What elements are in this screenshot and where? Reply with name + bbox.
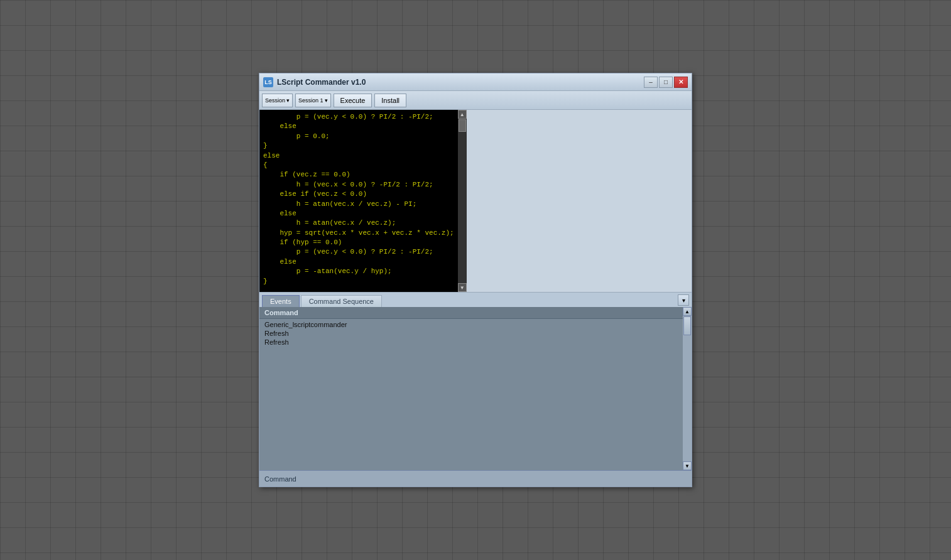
events-scroll-down[interactable]: ▼ (683, 461, 692, 470)
session-menu[interactable]: Session ▾ (262, 94, 293, 107)
code-line: } (263, 277, 454, 286)
code-line: else (263, 151, 454, 161)
tab-scroll-button[interactable]: ▾ (678, 294, 689, 306)
events-panel: Command Generic_lscriptcommanderRefreshR… (259, 307, 683, 470)
title-bar: LS LScript Commander v1.0 – □ ✕ (259, 73, 692, 91)
session-value: Session 1 (298, 97, 323, 104)
code-line: p = (vec.y < 0.0) ? PI/2 : -PI/2; (263, 247, 454, 257)
tab-command-sequence-label: Command Sequence (309, 298, 374, 305)
main-window: LS LScript Commander v1.0 – □ ✕ Session … (259, 73, 692, 487)
tab-events-label: Events (270, 298, 291, 305)
code-editor-wrapper: p = (vec.y < 0.0) ? PI/2 : -PI/2; else p… (259, 110, 692, 292)
tabs-bar: Events Command Sequence ▾ (259, 292, 692, 307)
code-scroll-thumb[interactable] (459, 119, 466, 132)
execute-button[interactable]: Execute (334, 94, 372, 107)
events-list: Generic_lscriptcommanderRefreshRefresh (259, 319, 683, 470)
install-label: Install (381, 97, 399, 104)
code-line: else (263, 122, 454, 131)
code-line: p = (vec.y < 0.0) ? PI/2 : -PI/2; (263, 112, 454, 122)
code-scrollbar: ▲ ▼ (458, 110, 467, 292)
bottom-bar: Command (259, 470, 692, 487)
window-controls: – □ ✕ (644, 77, 688, 88)
maximize-button[interactable]: □ (659, 77, 673, 88)
code-line: h = atan(vec.x / vec.z); (263, 218, 454, 228)
code-line: h = atan(vec.x / vec.z) - PI; (263, 200, 454, 209)
code-line: { (263, 161, 454, 170)
events-scroll-thumb[interactable] (683, 316, 691, 335)
code-scroll-track (458, 119, 467, 283)
code-scroll-up[interactable]: ▲ (458, 110, 467, 119)
list-item[interactable]: Refresh (259, 329, 683, 338)
list-item[interactable]: Generic_lscriptcommander (259, 320, 683, 329)
events-scroll-up[interactable]: ▲ (683, 307, 692, 316)
session-selector[interactable]: Session 1 ▾ (295, 94, 331, 107)
code-line: else (263, 257, 454, 267)
code-line: else (263, 209, 454, 218)
app-icon: LS (263, 77, 273, 87)
app-icon-text: LS (264, 79, 272, 85)
events-header: Command (259, 307, 683, 319)
command-label: Command (264, 475, 296, 483)
code-line: hyp = sqrt(vec.x * vec.x + vec.z * vec.z… (263, 229, 454, 238)
code-line: } (263, 141, 454, 151)
code-line: if (vec.z == 0.0) (263, 170, 454, 180)
events-area-wrapper: Command Generic_lscriptcommanderRefreshR… (259, 307, 692, 470)
code-line (263, 286, 454, 292)
code-line: h = (vec.x < 0.0) ? -PI/2 : PI/2; (263, 180, 454, 190)
code-line: p = -atan(vec.y / hyp); (263, 267, 454, 276)
execute-label: Execute (340, 97, 366, 104)
install-button[interactable]: Install (374, 94, 406, 107)
code-line: else if (vec.z < 0.0) (263, 190, 454, 199)
events-scroll-track (683, 316, 692, 461)
code-scroll-down[interactable]: ▼ (458, 283, 467, 292)
session-chevron: ▾ (286, 97, 290, 104)
tab-command-sequence[interactable]: Command Sequence (301, 295, 382, 307)
session-label: Session (265, 97, 285, 104)
code-line: p = 0.0; (263, 132, 454, 141)
code-line: if (hyp == 0.0) (263, 238, 454, 247)
list-item[interactable]: Refresh (259, 338, 683, 347)
toolbar: Session ▾ Session 1 ▾ Execute Install (259, 91, 692, 110)
window-title: LScript Commander v1.0 (277, 78, 644, 87)
tab-events[interactable]: Events (262, 295, 300, 307)
events-scrollbar: ▲ ▼ (683, 307, 692, 470)
session-selector-chevron: ▾ (325, 97, 328, 104)
code-editor[interactable]: p = (vec.y < 0.0) ? PI/2 : -PI/2; else p… (259, 110, 458, 292)
close-button[interactable]: ✕ (674, 77, 688, 88)
minimize-button[interactable]: – (644, 77, 658, 88)
